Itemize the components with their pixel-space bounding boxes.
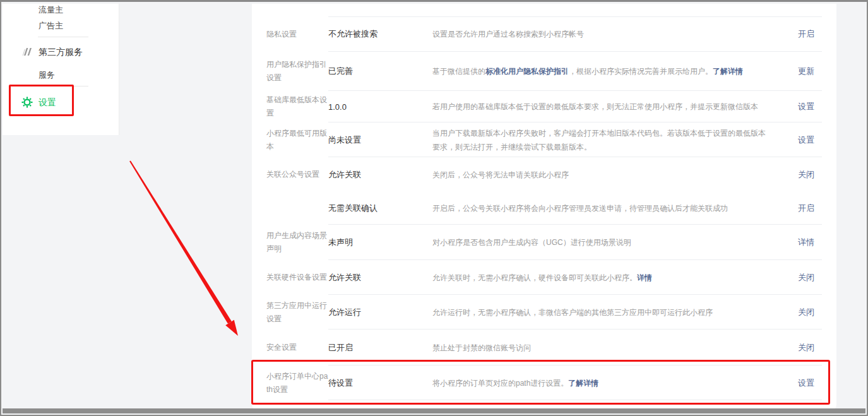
- desc-text: 允许运行时，无需小程序确认，非微信客户端的其他第三方应用中即可运行此小程序: [432, 308, 713, 317]
- desc-text: 若用户使用的基础库版本低于设置的最低版本要求，则无法正常使用小程序，并提示更新微…: [432, 102, 758, 111]
- row-desc: 关闭后，公众号将无法申请关联此小程序: [432, 168, 798, 182]
- table-row: 无需关联确认 开启后，公众号关联小程序将会向小程序管理员发送申请，待管理员确认后…: [252, 192, 836, 225]
- row-desc: 设置是否允许用户通过名称搜索到小程序帐号: [432, 27, 798, 41]
- row-action-link[interactable]: 设置: [798, 377, 814, 389]
- horizontal-scrollbar[interactable]: [3, 408, 865, 413]
- row-desc: 允许关联时，无需小程序确认，硬件设备即可关联此小程序。详情: [432, 271, 798, 285]
- row-action-link[interactable]: 关闭: [798, 169, 814, 181]
- sidebar-item-traffic[interactable]: 流量主: [39, 4, 63, 16]
- row-desc: 开启后，公众号关联小程序将会向小程序管理员发送申请，待管理员确认后才能关联成功: [432, 201, 798, 215]
- row-value: 1.0.0: [328, 102, 432, 112]
- row-desc: 若用户使用的基础库版本低于设置的最低版本要求，则无法正常使用小程序，并提示更新微…: [432, 100, 798, 114]
- row-value: 不允许被搜索: [328, 28, 432, 40]
- row-value: 未声明: [328, 237, 432, 248]
- table-row: 关联硬件设备设置 允许关联 允许关联时，无需小程序确认，硬件设备即可关联此小程序…: [252, 260, 836, 295]
- row-label: 基础库最低版本设置: [266, 93, 328, 120]
- table-row: 隐私设置 不允许被搜索 设置是否允许用户通过名称搜索到小程序帐号 开启: [252, 16, 836, 52]
- desc-text: 将小程序的订单页对应的path进行设置。: [432, 379, 568, 388]
- row-label: 用户隐私保护指引设置: [266, 58, 328, 85]
- row-label: 安全设置: [266, 341, 328, 354]
- desc-inline-link[interactable]: 标准化用户隐私保护指引: [485, 67, 569, 76]
- row-value: 待设置: [328, 377, 432, 389]
- sidebar: 流量主 广告主 第三方服务 服务: [3, 4, 119, 135]
- row-action-link[interactable]: 关闭: [798, 272, 814, 283]
- desc-text: 禁止处于封禁的微信账号访问: [432, 343, 531, 352]
- row-action-link[interactable]: 设置: [798, 101, 814, 112]
- gear-icon: [21, 97, 33, 108]
- row-label: 小程序订单中心path设置: [266, 370, 328, 396]
- desc-text: 对小程序是否包含用户生成内容（UGC）进行使用场景说明: [432, 238, 631, 247]
- table-row: 安全设置 已开启 禁止处于封禁的微信账号访问 关闭: [252, 330, 836, 365]
- sidebar-divider: [38, 86, 88, 86]
- third-party-icon: [21, 46, 33, 57]
- row-value: 允许运行: [328, 307, 432, 318]
- row-value: 已完善: [328, 66, 432, 77]
- sidebar-item-advertiser[interactable]: 广告主: [39, 20, 63, 32]
- table-row: 小程序最低可用版本 尚未设置 当用户下载最新版本小程序失败时，客户端会打开本地旧…: [252, 122, 836, 157]
- app-frame: 流量主 广告主 第三方服务 服务: [0, 0, 868, 416]
- row-desc: 允许运行时，无需小程序确认，非微信客户端的其他第三方应用中即可运行此小程序: [432, 306, 798, 319]
- sidebar-item-third-party-services[interactable]: 第三方服务: [39, 47, 83, 58]
- row-action-link[interactable]: 详情: [798, 237, 814, 248]
- row-action-link[interactable]: 设置: [798, 134, 814, 146]
- desc-text: 设置是否允许用户通过名称搜索到小程序帐号: [432, 30, 584, 39]
- row-action-link[interactable]: 开启: [798, 28, 814, 40]
- row-action-link[interactable]: 关闭: [798, 307, 814, 318]
- row-value: 允许关联: [328, 272, 432, 283]
- desc-text: ，根据小程序实际情况完善并展示给用户。: [569, 67, 713, 76]
- desc-inline-link[interactable]: 详情: [637, 273, 652, 282]
- table-row: 用户生成内容场景声明 未声明 对小程序是否包含用户生成内容（UGC）进行使用场景…: [252, 225, 836, 260]
- settings-card: 隐私设置 不允许被搜索 设置是否允许用户通过名称搜索到小程序帐号 开启 用户隐私…: [252, 4, 836, 411]
- sidebar-divider: [38, 37, 88, 37]
- sidebar-item-services[interactable]: 服务: [39, 69, 55, 81]
- table-row: 基础库最低版本设置 1.0.0 若用户使用的基础库版本低于设置的最低版本要求，则…: [252, 91, 836, 122]
- row-value: 无需关联确认: [328, 203, 432, 214]
- row-label: 关联公众号设置: [266, 168, 328, 181]
- table-row: 第三方应用中运行设置 允许运行 允许运行时，无需小程序确认，非微信客户端的其他第…: [252, 295, 836, 330]
- row-action-link[interactable]: 更新: [798, 66, 814, 77]
- row-desc: 当用户下载最新版本小程序失败时，客户端会打开本地旧版本代码包。若该版本低于设置的…: [432, 126, 798, 154]
- row-value: 尚未设置: [328, 134, 432, 146]
- sidebar-item-settings[interactable]: 设置: [39, 97, 56, 109]
- row-value: 已开启: [328, 342, 432, 354]
- desc-text: 基于微信提供的: [432, 67, 485, 76]
- table-row: 用户隐私保护指引设置 已完善 基于微信提供的标准化用户隐私保护指引，根据小程序实…: [252, 52, 836, 91]
- desc-text: 关闭后，公众号将无法申请关联此小程序: [432, 170, 569, 179]
- row-label: 用户生成内容场景声明: [266, 229, 328, 256]
- desc-inline-link[interactable]: 了解详情: [713, 67, 743, 76]
- desc-text: 允许关联时，无需小程序确认，硬件设备即可关联此小程序。: [432, 273, 637, 282]
- row-desc: 禁止处于封禁的微信账号访问: [432, 341, 798, 355]
- settings-table: 隐私设置 不允许被搜索 设置是否允许用户通过名称搜索到小程序帐号 开启 用户隐私…: [252, 16, 836, 400]
- table-row: 关联公众号设置 允许关联 关闭后，公众号将无法申请关联此小程序 关闭: [252, 157, 836, 192]
- row-action-link[interactable]: 关闭: [798, 342, 814, 354]
- row-label: 第三方应用中运行设置: [266, 299, 328, 326]
- row-label: 小程序最低可用版本: [266, 127, 328, 153]
- row-desc: 对小程序是否包含用户生成内容（UGC）进行使用场景说明: [432, 235, 798, 249]
- row-desc: 基于微信提供的标准化用户隐私保护指引，根据小程序实际情况完善并展示给用户。了解详…: [432, 64, 798, 78]
- row-label: 关联硬件设备设置: [266, 271, 328, 284]
- row-value: 允许关联: [328, 169, 432, 181]
- row-label: 隐私设置: [266, 28, 328, 41]
- row-action-link[interactable]: 开启: [798, 203, 814, 214]
- desc-inline-link[interactable]: 了解详情: [568, 379, 598, 388]
- desc-text: 当用户下载最新版本小程序失败时，客户端会打开本地旧版本代码包。若该版本低于设置的…: [432, 129, 766, 152]
- row-desc: 将小程序的订单页对应的path进行设置。了解详情: [432, 376, 798, 390]
- table-row: 小程序订单中心path设置 待设置 将小程序的订单页对应的path进行设置。了解…: [252, 365, 836, 400]
- desc-text: 开启后，公众号关联小程序将会向小程序管理员发送申请，待管理员确认后才能关联成功: [432, 204, 728, 213]
